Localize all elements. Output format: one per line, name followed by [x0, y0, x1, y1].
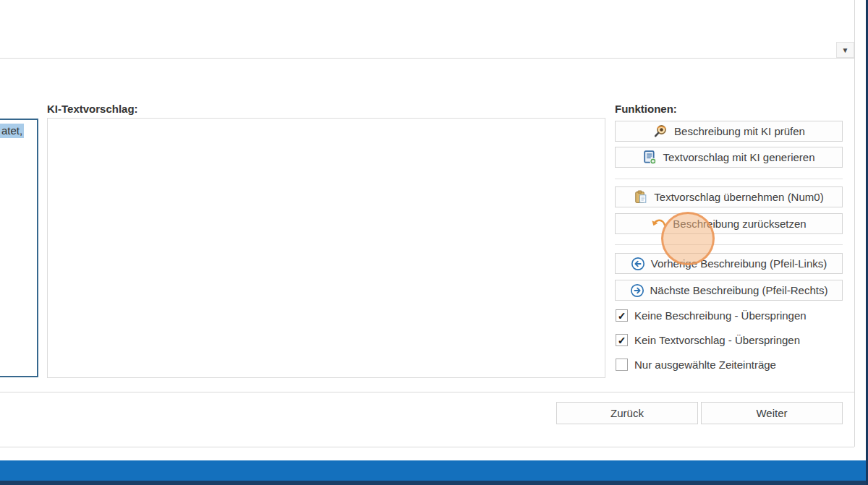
button-label: Textvorschlag mit KI generieren — [663, 151, 814, 163]
footer-top-divider — [0, 392, 854, 392]
footer-bottom-divider — [0, 447, 854, 447]
top-divider — [0, 58, 854, 59]
checkbox-checked-icon[interactable]: ✓ — [616, 309, 628, 322]
checkbox-label: Nur ausgewählte Zeiteinträge — [634, 359, 776, 371]
click-indicator-circle — [661, 212, 715, 265]
suggestion-textarea[interactable] — [47, 118, 605, 378]
checkbox-unchecked-icon[interactable] — [616, 359, 628, 371]
checkbox-only-selected-entries[interactable]: Nur ausgewählte Zeiteinträge — [616, 359, 776, 371]
functions-separator — [615, 244, 843, 245]
document-add-icon — [642, 150, 657, 165]
functions-label: Funktionen: — [615, 103, 677, 115]
back-button[interactable]: Zurück — [556, 402, 698, 424]
checkbox-label: Keine Beschreibung - Überspringen — [634, 309, 807, 322]
app-window: ▼ atet, KI-Textvorschlag: Funktionen: Be… — [0, 0, 868, 485]
suggestion-label: KI-Textvorschlag: — [47, 103, 138, 115]
bottom-edge-bar — [0, 481, 868, 485]
selected-text: atet, — [0, 124, 24, 138]
magnifier-eye-icon — [652, 124, 668, 138]
circle-arrow-right-icon — [630, 283, 644, 298]
checkbox-no-description-skip[interactable]: ✓ Keine Beschreibung - Überspringen — [616, 309, 807, 322]
button-label: Textvorschlag übernehmen (Num0) — [654, 191, 823, 203]
chevron-down-icon: ▼ — [842, 46, 849, 54]
generate-suggestion-ki-button[interactable]: Textvorschlag mit KI generieren — [615, 147, 843, 168]
next-button[interactable]: Weiter — [701, 402, 843, 424]
clipboard-paste-icon — [634, 190, 648, 205]
taskbar — [0, 460, 868, 481]
button-label: Weiter — [756, 407, 787, 419]
description-source-textbox[interactable]: atet, — [0, 119, 38, 377]
button-label: Beschreibung mit KI prüfen — [674, 125, 805, 137]
dropdown-button[interactable]: ▼ — [836, 42, 854, 58]
apply-suggestion-button[interactable]: Textvorschlag übernehmen (Num0) — [615, 186, 843, 207]
functions-separator — [615, 179, 843, 179]
checkbox-no-suggestion-skip[interactable]: ✓ Kein Textvorschlag - Überspringen — [616, 334, 800, 346]
button-label: Nächste Beschreibung (Pfeil-Rechts) — [650, 284, 828, 296]
reset-description-button[interactable]: Beschreibung zurücksetzen — [615, 213, 843, 234]
checkbox-label: Kein Textvorschlag - Überspringen — [634, 334, 800, 346]
next-description-button[interactable]: Nächste Beschreibung (Pfeil-Rechts) — [615, 280, 843, 301]
checkbox-checked-icon[interactable]: ✓ — [616, 334, 628, 346]
button-label: Zurück — [610, 407, 644, 419]
circle-arrow-left-icon — [631, 257, 645, 271]
previous-description-button[interactable]: Vorherige Beschreibung (Pfeil-Links) — [615, 253, 843, 274]
content-right-border — [854, 0, 855, 447]
check-description-ki-button[interactable]: Beschreibung mit KI prüfen — [615, 121, 843, 142]
